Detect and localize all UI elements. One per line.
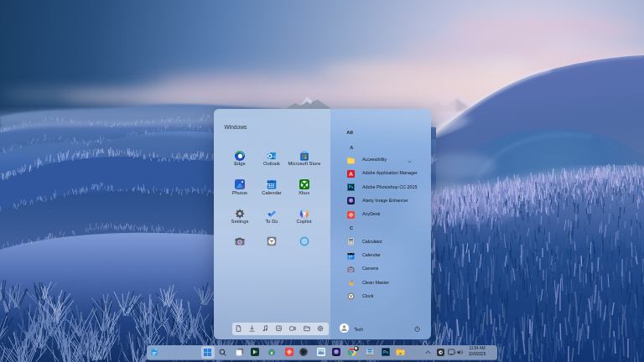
svg-text:Ps: Ps (382, 349, 387, 354)
svg-text:Ps: Ps (349, 185, 354, 189)
